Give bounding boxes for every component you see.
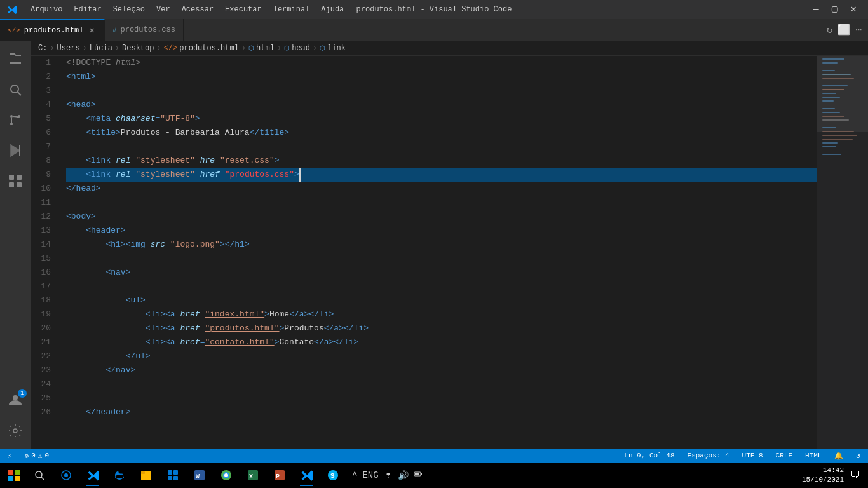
svg-rect-27 (822, 119, 849, 121)
code-content[interactable]: <!DOCTYPE html> <html> <head> <meta chaa… (56, 56, 817, 449)
search-taskbar-icon (34, 470, 45, 481)
history-button[interactable]: ↻ (827, 24, 833, 36)
breadcrumb-lucia[interactable]: Lúcia (90, 44, 112, 53)
taskbar-skype[interactable]: S (320, 463, 346, 487)
menu-terminal[interactable]: Terminal (268, 3, 315, 17)
svg-text:P: P (276, 473, 280, 480)
vscode2-icon (300, 469, 313, 482)
windows-logo (8, 469, 20, 482)
taskbar-search[interactable] (27, 463, 52, 487)
systray-volume[interactable]: 🔊 (398, 470, 409, 481)
tab-close-produtos-html[interactable]: ✕ (87, 24, 96, 37)
breadcrumb-head[interactable]: ⬡ head (284, 44, 310, 53)
powerpoint-icon: P (273, 469, 286, 482)
statusbar-feedback[interactable]: ↺ (853, 452, 863, 460)
menu-executar[interactable]: Executar (220, 3, 267, 17)
svg-rect-45 (168, 470, 172, 475)
breadcrumb-html[interactable]: ⬡ html (248, 44, 275, 53)
taskbar-excel[interactable]: X (240, 463, 266, 487)
code-line-22: </ul> (66, 349, 817, 363)
breadcrumb-link[interactable]: ⬡ link (320, 44, 346, 53)
statusbar-eol[interactable]: CRLF (773, 452, 795, 459)
menu-ver[interactable]: Ver (151, 3, 175, 17)
taskbar-store[interactable] (160, 463, 186, 487)
svg-point-2 (10, 115, 13, 118)
code-line-23: </nav> (66, 363, 817, 377)
menu-ajuda[interactable]: Ajuda (316, 3, 349, 17)
activity-search[interactable] (0, 74, 31, 105)
taskbar-powerpoint[interactable]: P (267, 463, 292, 487)
minimize-button[interactable]: ‒ (808, 0, 824, 19)
close-button[interactable]: ✕ (845, 0, 862, 19)
breadcrumb-users[interactable]: Users (57, 44, 80, 53)
taskbar-explorer[interactable] (133, 463, 159, 487)
more-actions-button[interactable]: ⋯ (855, 24, 862, 36)
code-line-7 (66, 140, 817, 154)
eol-text: CRLF (776, 452, 792, 459)
code-line-12: <body> (66, 210, 817, 224)
menu-acessar[interactable]: Acessar (177, 3, 219, 17)
breadcrumb-file[interactable]: </> produtos.html (164, 44, 239, 53)
menu-selecao[interactable]: Seleção (108, 3, 150, 17)
activity-bar: 1 (0, 41, 31, 449)
language-text: HTML (805, 452, 822, 459)
menu-arquivo[interactable]: Arquivo (25, 3, 67, 17)
systray-wifi[interactable] (384, 470, 393, 481)
tab-label-produtos-html: produtos.html (24, 26, 84, 35)
statusbar-right: Ln 9, Col 48 Espaços: 4 UTF-8 CRLF HTML … (621, 452, 863, 460)
activity-extensions[interactable] (0, 166, 31, 196)
svg-line-1 (18, 92, 22, 96)
tab-produtos-css[interactable]: # produtos.css (105, 19, 184, 41)
svg-rect-20 (822, 89, 844, 90)
svg-rect-28 (822, 127, 836, 128)
vscode-logo (6, 4, 17, 15)
word-icon: W (193, 469, 206, 482)
svg-rect-23 (822, 100, 834, 102)
taskbar-clock[interactable]: 14:42 15/10/2021 🗨 (802, 466, 865, 485)
taskbar-cortana[interactable] (53, 463, 79, 487)
systray-arrow[interactable]: ^ (352, 470, 357, 480)
code-line-26: </header> (66, 405, 817, 419)
start-button[interactable] (3, 464, 25, 487)
tab-produtos-html[interactable]: </> produtos.html ✕ (0, 19, 105, 41)
svg-rect-8 (9, 175, 14, 180)
main-layout: 1 C: › Users › Lúcia › Desktop › </> pro… (0, 41, 868, 449)
activity-run[interactable] (0, 135, 31, 166)
taskbar-vscode2[interactable] (294, 463, 319, 487)
spaces-text: Espaços: 4 (688, 452, 729, 459)
activity-git[interactable] (0, 105, 31, 135)
code-line-8: <link rel="stylesheet" hre="reset.css"> (66, 154, 817, 168)
svg-point-13 (13, 429, 17, 433)
taskbar-edge[interactable] (107, 463, 132, 487)
statusbar-remote[interactable]: ⚡ (5, 452, 15, 460)
statusbar-encoding[interactable]: UTF-8 (740, 452, 766, 459)
taskbar-word[interactable]: W (187, 463, 212, 487)
activity-settings[interactable] (0, 416, 31, 446)
menu-editar[interactable]: Editar (69, 3, 106, 17)
code-editor[interactable]: 12345 678910 1112131415 1617181920 21222… (31, 56, 868, 449)
minimap-canvas (817, 56, 868, 449)
statusbar-position[interactable]: Ln 9, Col 48 (621, 452, 677, 459)
taskbar-vscode[interactable] (80, 463, 105, 487)
code-line-10: </head> (66, 182, 817, 196)
svg-text:S: S (330, 472, 335, 480)
statusbar-errors[interactable]: ⊗ 0 ⚠ 0 (22, 452, 51, 460)
activity-remote[interactable]: 1 (0, 385, 31, 416)
svg-rect-19 (822, 85, 848, 86)
breadcrumb-desktop[interactable]: Desktop (122, 44, 154, 53)
statusbar-language[interactable]: HTML (803, 452, 824, 459)
tabbar-actions: ↻ ⬜ ⋯ (820, 19, 868, 41)
breadcrumb-c[interactable]: C: (38, 44, 47, 53)
statusbar-spaces[interactable]: Espaços: 4 (685, 452, 732, 459)
activity-explorer[interactable] (0, 44, 31, 74)
taskbar-chrome[interactable] (214, 463, 239, 487)
notification-center-icon[interactable]: 🗨 (850, 470, 860, 482)
cortana-icon (60, 470, 72, 481)
edge-icon (113, 469, 126, 482)
systray-battery[interactable] (414, 470, 423, 481)
statusbar-notifications[interactable]: 🔔 (832, 452, 846, 460)
split-editor-button[interactable]: ⬜ (837, 24, 850, 36)
svg-point-0 (11, 85, 18, 93)
systray-language[interactable]: ENG (362, 470, 378, 480)
restore-button[interactable]: ▢ (827, 0, 843, 19)
